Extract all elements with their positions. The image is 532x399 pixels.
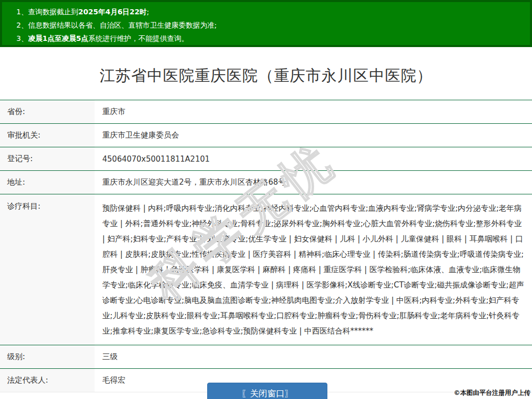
row-label: 诊疗科目: [0,194,95,345]
notice-text: 系统进行维护，不能提供查询。 [88,34,188,42]
notice-banner: 1、查询数据截止到2025年4月6日22时; 2、信息数据结果以各省、自治区、直… [0,0,532,47]
notice-item: 2、信息数据结果以各省、自治区、直辖市卫生健康委数据为准; [16,18,525,32]
close-window-button[interactable]: 〖关闭窗口〗 [207,383,327,399]
notice-text: ; [147,8,149,16]
row-value: 45064070x50011811A2101 [95,147,532,170]
table-row-address: 地址: 重庆市永川区迎宾大道2号，重庆市永川区杏林路68号 [0,171,532,194]
row-value: 三级 [95,345,532,368]
row-value: 预防保健科 | 内科;呼吸内科专业;消化内科专业;神经内科专业;心血管内科专业;… [95,194,532,345]
notice-text: 3、 [16,34,28,42]
table-row-medical-departments: 诊疗科目: 预防保健科 | 内科;呼吸内科专业;消化内科专业;神经内科专业;心血… [0,194,532,345]
table-row-province: 省份: 重庆市 [0,100,532,124]
row-label: 地址: [0,171,95,194]
page-title: 江苏省中医院重庆医院（重庆市永川区中医院） [0,65,532,86]
row-value: 重庆市卫生健康委员会 [95,124,532,147]
table-row-registration-number: 登记号: 45064070x50011811A2101 [0,147,532,171]
table-row-level: 级别: 三级 [0,345,532,369]
notice-bold-text: 凌晨1点至凌晨5点 [28,34,88,42]
notice-item: 1、查询数据截止到2025年4月6日22时; [16,5,525,18]
notice-text: 1、查询数据截止到 [16,8,78,16]
row-value: 重庆市 [95,100,532,123]
row-label: 审批机关: [0,124,95,147]
row-label: 法定代表人: [0,369,95,392]
row-value: 重庆市永川区迎宾大道2号，重庆市永川区杏林路68号 [95,171,532,194]
row-label: 省份: [0,100,95,123]
info-table: 省份: 重庆市 审批机关: 重庆市卫生健康委员会 登记号: 45064070x5… [0,100,532,392]
notice-item: 3、凌晨1点至凌晨5点系统进行维护，不能提供查询。 [16,32,525,45]
row-label: 级别: [0,345,95,368]
notice-bold-text: 2025年4月6日22时 [78,8,147,16]
table-row-approval-authority: 审批机关: 重庆市卫生健康委员会 [0,124,532,147]
image-credit: ©本图由平台注册用户上传 [454,389,530,397]
notice-text: 2、信息数据结果以各省、自治区、直辖市卫生健康委数据为准; [16,21,217,29]
row-label: 登记号: [0,147,95,170]
